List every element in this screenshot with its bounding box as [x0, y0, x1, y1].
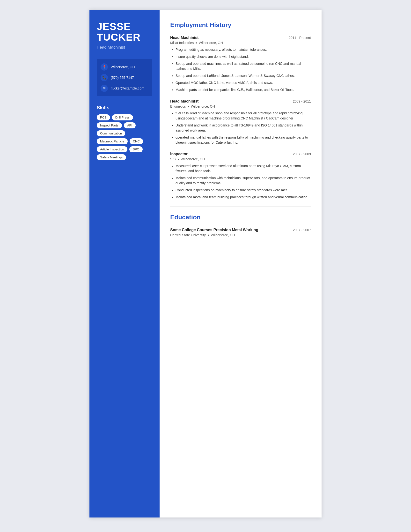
edu-degree: Some College Courses Precision Metal Wor…	[170, 228, 258, 232]
job-dates: 2011 - Present	[289, 36, 311, 40]
dot	[196, 42, 197, 44]
main-content: Employment History Head Machinist2011 - …	[159, 10, 322, 517]
dot	[208, 235, 209, 236]
skill-tag: CNC	[130, 138, 143, 144]
resume-container: JESSE TUCKER Head Machinist 📍 Wilberforc…	[89, 10, 322, 517]
candidate-title: Head Machinist	[97, 45, 152, 50]
list-item: Operated MOC lathe, CNC lathe, various V…	[176, 80, 311, 85]
job-block: Inspector2007 - 2009SISWilberforce, OHMe…	[170, 152, 311, 200]
education-heading: Education	[170, 214, 311, 222]
job-bullets: Measured laser-cut pressed steel and alu…	[170, 163, 311, 200]
list-item: Conducted inspections on machinery to en…	[176, 188, 311, 193]
email-icon: ✉	[101, 85, 108, 92]
skill-tag: Drill Press	[112, 114, 133, 120]
list-item: Insure quality checks are done with heig…	[176, 54, 311, 59]
education-container: Some College Courses Precision Metal Wor…	[170, 228, 311, 237]
job-dates: 2009 - 2011	[293, 99, 311, 103]
job-block: Head Machinist2009 - 2011EngineticsWilbe…	[170, 99, 311, 145]
phone-text: (570) 555-7147	[111, 76, 134, 80]
contact-email: ✉ jtucker@example.com	[101, 85, 149, 92]
name-line2: TUCKER	[97, 31, 140, 43]
job-company: Millat IndustriesWilberforce, OH	[170, 41, 311, 45]
job-title: Head Machinist	[170, 99, 198, 104]
company-name: SIS	[170, 157, 176, 161]
section-divider	[170, 207, 311, 207]
skill-tag: PCB	[97, 114, 110, 120]
jobs-container: Head Machinist2011 - PresentMillat Indus…	[170, 36, 311, 200]
list-item: Maintained moral and team building pract…	[176, 195, 311, 200]
school-name: Central State University	[170, 233, 206, 237]
contact-section: 📍 Wilberforce, OH 📞 (570) 555-7147 ✉ jtu…	[97, 59, 152, 96]
sidebar: JESSE TUCKER Head Machinist 📍 Wilberforc…	[89, 10, 159, 517]
job-company: EngineticsWilberforce, OH	[170, 104, 311, 108]
edu-school: Central State UniversityWilberforce, OH	[170, 233, 311, 237]
edu-block: Some College Courses Precision Metal Wor…	[170, 228, 311, 237]
company-name: Millat Industries	[170, 41, 194, 45]
location-text: Wilberforce, OH	[111, 65, 135, 69]
skill-tag: API	[124, 122, 136, 128]
skill-tag: Safety Meetings	[97, 154, 126, 160]
job-bullets: fuel cellsHead of Machine shop and respo…	[170, 111, 311, 145]
skill-tag: Inspect Parts	[97, 122, 122, 128]
candidate-name: JESSE TUCKER	[97, 21, 152, 43]
job-bullets: Program editing as necessary, offsets to…	[170, 47, 311, 92]
list-item: operated manual lathes with the responsi…	[176, 135, 311, 145]
job-header: Inspector2007 - 2009	[170, 152, 311, 156]
company-location: Wilberforce, OH	[199, 41, 223, 45]
contact-phone: 📞 (570) 555-7147	[101, 74, 149, 81]
job-block: Head Machinist2011 - PresentMillat Indus…	[170, 36, 311, 92]
skills-section: Skills PCBDrill PressInspect PartsAPICom…	[97, 105, 152, 160]
job-title: Inspector	[170, 152, 188, 156]
email-text: jtucker@example.com	[111, 86, 144, 90]
edu-header: Some College Courses Precision Metal Wor…	[170, 228, 311, 232]
job-header: Head Machinist2009 - 2011	[170, 99, 311, 104]
skill-tag: Article Inspection	[97, 146, 127, 152]
skill-tag: Communication	[97, 130, 125, 136]
contact-location: 📍 Wilberforce, OH	[101, 63, 149, 71]
job-header: Head Machinist2011 - Present	[170, 36, 311, 40]
company-location: Wilberforce, OH	[181, 157, 205, 161]
list-item: Measured laser-cut pressed steel and alu…	[176, 163, 311, 174]
location-icon: 📍	[101, 63, 108, 71]
skill-tag: SPC	[129, 146, 143, 152]
dot	[178, 159, 179, 160]
list-item: Program editing as necessary, offsets to…	[176, 47, 311, 52]
phone-icon: 📞	[101, 74, 108, 81]
list-item: Maintained communication with technician…	[176, 176, 311, 186]
job-title: Head Machinist	[170, 36, 198, 40]
skills-heading: Skills	[97, 105, 152, 111]
list-item: Set up and operated LeBlond, Jones & Lam…	[176, 73, 311, 78]
edu-dates: 2007 - 2007	[293, 228, 311, 232]
list-item: Machine parts to print for companies lik…	[176, 87, 311, 92]
dot	[188, 106, 189, 107]
skills-tags: PCBDrill PressInspect PartsAPICommunicat…	[97, 114, 152, 160]
name-line1: JESSE	[97, 21, 131, 32]
list-item: Set up and operated machines as well as …	[176, 61, 311, 71]
company-name: Enginetics	[170, 104, 186, 108]
skill-tag: Magnetic Particle	[97, 138, 128, 144]
job-company: SISWilberforce, OH	[170, 157, 311, 161]
list-item: fuel cellsHead of Machine shop and respo…	[176, 111, 311, 121]
company-location: Wilberforce, OH	[191, 104, 215, 108]
school-location: Wilberforce, OH	[211, 233, 235, 237]
employment-heading: Employment History	[170, 21, 311, 30]
job-dates: 2007 - 2009	[293, 152, 311, 156]
list-item: Understand and work in accordance to all…	[176, 123, 311, 133]
